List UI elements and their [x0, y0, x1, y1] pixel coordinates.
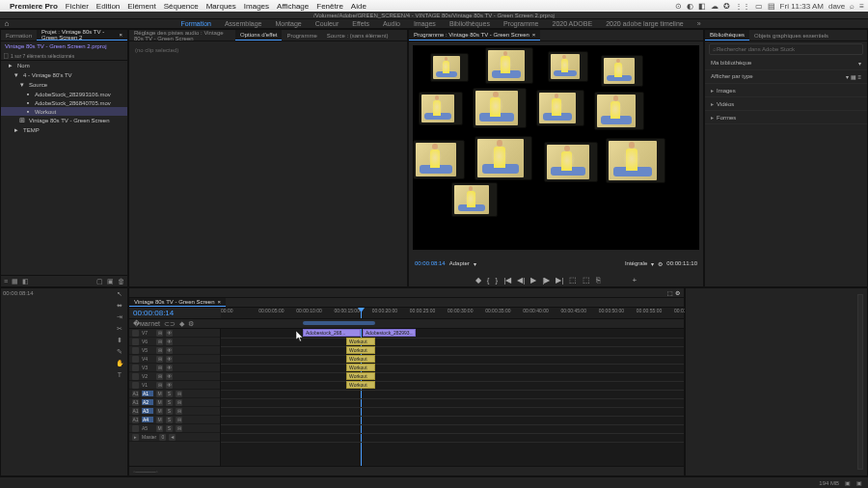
workspace-tab[interactable]: Effets	[352, 20, 369, 27]
timeline-timecode[interactable]: 00:00:08:14	[133, 309, 174, 317]
tab-audio-mixer[interactable]: Réglage des pistes audio : Vintage 80s T…	[129, 30, 235, 41]
timeline-clip[interactable]: Adobestock_268...	[303, 329, 361, 337]
mark-in-icon[interactable]: {	[487, 276, 490, 285]
workspace-tab[interactable]: Images	[414, 20, 436, 27]
solo-icon[interactable]: S	[166, 425, 173, 432]
close-icon[interactable]: ×	[119, 32, 122, 38]
track-lock-icon[interactable]: ⊟	[176, 399, 182, 406]
source-patch[interactable]: A1	[132, 391, 139, 397]
track-lock-icon[interactable]: ⊟	[156, 356, 163, 363]
menu-window[interactable]: Fenêtre	[316, 2, 343, 11]
source-patch[interactable]	[132, 425, 139, 432]
timeline-clip[interactable]: Workout	[346, 381, 375, 389]
flag-icon[interactable]: ▤	[768, 2, 775, 11]
go-to-in-icon[interactable]: |◀	[503, 276, 511, 285]
solo-icon[interactable]: S	[166, 399, 173, 406]
linked-selection-icon[interactable]: ⊂⊃	[164, 320, 176, 328]
tab-source[interactable]: Source : (sans élément)	[322, 30, 393, 41]
timeline-track-area[interactable]: Adobestock_268...Adobestock_282993...Wor…	[221, 329, 684, 466]
workspace-tab[interactable]: 2020 ADOBE	[552, 20, 592, 27]
workspace-tab[interactable]: Programme	[503, 20, 539, 27]
workspace-tab[interactable]: Audio	[383, 20, 400, 27]
project-bin-item[interactable]: ▾4 - Vintage 80's TV	[1, 70, 127, 80]
settings-icon[interactable]: ⚙	[658, 260, 663, 267]
track-visibility-icon[interactable]: 👁	[166, 365, 173, 371]
workspace-tab[interactable]: Montage	[275, 20, 301, 27]
timeline-clip[interactable]: Workout	[346, 364, 375, 371]
source-patch[interactable]	[132, 339, 139, 345]
tab-essential-graphics[interactable]: Objets graphiques essentiels	[749, 30, 833, 41]
master-track-header[interactable]: ▸Master0◄	[129, 433, 220, 442]
program-tab[interactable]: Programme : Vintage 80s TV - Green Scree…	[409, 30, 540, 41]
zoom-slider[interactable]: ◦─────◦	[133, 469, 158, 474]
selection-tool-icon[interactable]: ↖	[117, 290, 122, 298]
timeline-clip[interactable]: Adobestock_282993...	[363, 329, 416, 337]
timeline-clip[interactable]: Workout	[346, 355, 375, 363]
track-lock-icon[interactable]: ⊟	[156, 373, 163, 380]
trash-icon[interactable]: 🗑	[118, 278, 124, 285]
pen-tool-icon[interactable]: ✎	[117, 348, 122, 356]
button-editor-icon[interactable]: +	[632, 276, 637, 285]
status-icon[interactable]: ▣	[845, 479, 851, 486]
track-visibility-icon[interactable]: 👁	[166, 382, 173, 389]
track-lock-icon[interactable]: ⊟	[176, 425, 182, 432]
track-lock-icon[interactable]: ⊟	[156, 382, 163, 389]
solo-icon[interactable]: S	[166, 408, 173, 415]
clock[interactable]: Fri 11:33 AM	[780, 2, 824, 11]
snap-icon[interactable]: �магnet	[133, 320, 160, 328]
track-lock-icon[interactable]: ⊟	[176, 391, 182, 397]
project-bin-item[interactable]: ▸Nom	[1, 61, 127, 70]
lib-section-images[interactable]: ▸Images	[705, 84, 867, 97]
track-lock-icon[interactable]: ⊟	[156, 330, 163, 337]
sequence-tab[interactable]: Vintage 80s TV - Green Screen×	[129, 298, 226, 307]
new-item-icon[interactable]: ▣	[107, 278, 114, 285]
audio-track-header[interactable]: A1A3MS⊟	[129, 407, 220, 416]
source-patch[interactable]	[132, 347, 139, 354]
project-bin-item[interactable]: ▸TEMP	[1, 125, 127, 135]
status-icon[interactable]: ⊙	[675, 2, 682, 11]
search-icon[interactable]: ⌕	[850, 2, 854, 11]
library-search-input[interactable]: ⌕ Rechercher dans Adobe Stock	[709, 43, 863, 55]
marker-icon[interactable]: ◆	[179, 320, 184, 328]
work-area-bar[interactable]	[303, 321, 375, 325]
chevron-down-icon[interactable]: ▾	[474, 260, 476, 267]
track-visibility-icon[interactable]: 👁	[166, 330, 173, 337]
video-track-header[interactable]: V6⊟👁	[129, 338, 220, 346]
video-track-header[interactable]: V5⊟👁	[129, 346, 220, 355]
menu-graphics[interactable]: Images	[244, 2, 269, 11]
video-track-header[interactable]: V2⊟👁	[129, 372, 220, 381]
track-visibility-icon[interactable]: 👁	[166, 356, 173, 363]
menu-help[interactable]: Aide	[351, 2, 366, 11]
source-patch[interactable]: A1	[132, 399, 139, 406]
audio-track-header[interactable]: A1A2MS⊟	[129, 398, 220, 407]
export-frame-icon[interactable]: ⎘	[596, 276, 601, 285]
tab-libraries[interactable]: Bibliothèques	[705, 30, 749, 41]
track-visibility-icon[interactable]: 👁	[166, 373, 173, 380]
tab-program[interactable]: Programme	[282, 30, 321, 41]
track-lock-icon[interactable]: ⊟	[156, 365, 163, 371]
list-view-icon[interactable]: ≡	[4, 278, 8, 285]
go-to-out-icon[interactable]: ▶|	[556, 276, 563, 285]
program-viewer[interactable]	[413, 45, 699, 250]
audio-track-header[interactable]: A1A4MS⊟	[129, 416, 220, 424]
workspace-tab[interactable]: Bibliothèques	[449, 20, 490, 27]
solo-icon[interactable]: S	[166, 391, 173, 397]
fit-dropdown[interactable]: Adapter	[449, 260, 470, 266]
program-timecode-left[interactable]: 00:00:08:14	[415, 260, 446, 266]
chevron-down-icon[interactable]: ▾	[651, 260, 654, 267]
project-tab-project[interactable]: Projet : Vintage 80s TV - Green Screen 2…	[37, 30, 127, 41]
step-back-icon[interactable]: ◀|	[517, 276, 525, 285]
menu-markers[interactable]: Marques	[206, 2, 236, 11]
workspace-tab[interactable]: 2020 adobe large timeline	[606, 20, 684, 27]
extract-icon[interactable]: ⬚	[583, 276, 590, 285]
ripple-tool-icon[interactable]: ⇥	[117, 313, 122, 321]
mute-icon[interactable]: M	[156, 408, 163, 415]
project-bin-item[interactable]: ▪AdobeStock_286840705.mov	[1, 98, 127, 107]
menu-icon[interactable]: ≡	[859, 2, 864, 11]
project-bin-item[interactable]: ▪AdobeStock_282993106.mov	[1, 90, 127, 98]
close-icon[interactable]: ×	[218, 299, 222, 305]
workspace-tab[interactable]: Couleur	[315, 20, 339, 27]
app-name[interactable]: Premiere Pro	[10, 2, 58, 11]
track-lock-icon[interactable]: ⊟	[156, 347, 163, 354]
mute-icon[interactable]: M	[156, 391, 163, 397]
